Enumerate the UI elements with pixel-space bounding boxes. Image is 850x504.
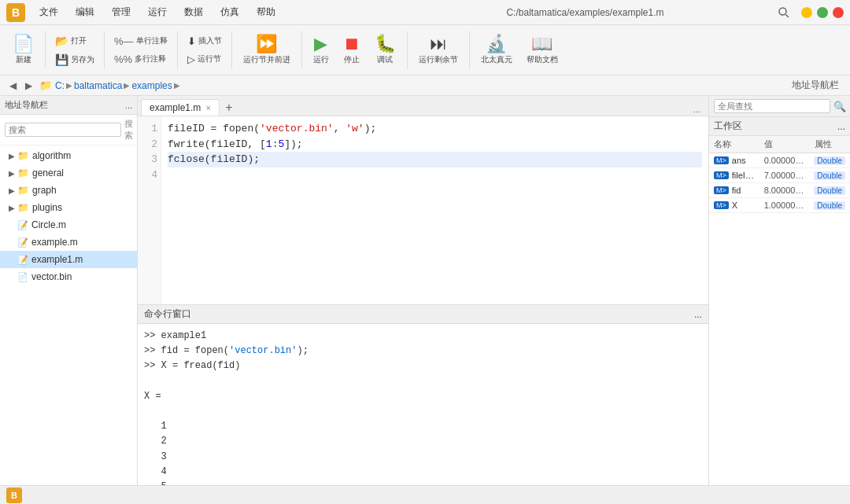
ws-badge: M>: [714, 171, 729, 179]
close-button[interactable]: [833, 7, 844, 18]
ws-row-attr: Double: [809, 200, 850, 210]
debug-button[interactable]: 🐛 调试: [368, 32, 402, 68]
run-section-icon: ▷: [187, 53, 195, 65]
menu-simulate[interactable]: 仿真: [213, 2, 247, 22]
menu-data[interactable]: 数据: [176, 2, 211, 22]
tree-toggle-icon: ▶: [6, 185, 17, 197]
menu-run[interactable]: 运行: [140, 2, 175, 22]
file-icon: 📄: [17, 270, 28, 284]
open-button[interactable]: 📂 打开: [50, 32, 99, 50]
nav-back-button[interactable]: ◀: [5, 78, 20, 94]
ws-row-attr: Double: [809, 156, 850, 165]
cmd-blank-2: [144, 404, 702, 419]
menu-file[interactable]: 文件: [31, 2, 66, 22]
code-editor[interactable]: fileID = fopen('vector.bin', 'w'); fwrit…: [161, 116, 708, 304]
open-label: 打开: [71, 35, 87, 46]
maximize-button[interactable]: [817, 7, 828, 18]
stop-button[interactable]: ⏹ 停止: [337, 32, 367, 68]
menu-help[interactable]: 帮助: [249, 2, 283, 22]
ws-row-name: M> fid: [709, 186, 759, 195]
code-line-1: fileID = fopen('vector.bin', 'w'); fwrit…: [168, 123, 702, 167]
status-bar: B: [0, 485, 850, 504]
tree-item-plugins[interactable]: ▶📁plugins: [0, 199, 137, 216]
ws-var-name: ans: [732, 156, 746, 165]
tree-item-label: vector.bin: [31, 270, 72, 284]
workspace-row-fileI…[interactable]: M> fileI… 7.00000… Double: [709, 168, 850, 183]
menu-edit[interactable]: 编辑: [68, 2, 102, 22]
tree-item-general[interactable]: ▶📁general: [0, 164, 137, 182]
global-search-input[interactable]: [714, 99, 830, 113]
sidebar-search-input[interactable]: [5, 123, 121, 137]
command-more-icon[interactable]: ...: [694, 309, 702, 320]
sidebar-search-area: 搜索: [0, 115, 137, 145]
new-button[interactable]: 📄 新建: [6, 32, 40, 68]
tab-close-button[interactable]: ×: [205, 103, 210, 112]
breadcrumb-c[interactable]: C:: [55, 80, 65, 91]
menu-manage[interactable]: 管理: [104, 2, 139, 22]
cmd-val-4: 4: [144, 465, 702, 480]
folder-icon: 📁: [39, 79, 52, 91]
cmd-line-1: >> example1: [144, 329, 702, 344]
open-icon: 📂: [55, 35, 68, 47]
ws-var-attr: Double: [814, 186, 845, 195]
folder-icon: 📁: [17, 149, 29, 163]
saveas-button[interactable]: 💾 另存为: [50, 51, 99, 68]
tree-item-Circle-m[interactable]: 📝Circle.m: [0, 216, 137, 234]
svg-point-0: [779, 8, 786, 15]
tabs-more-button[interactable]: ...: [689, 103, 705, 116]
workspace-rows: M> ans 0.00000… Double M> fileI… 7.00000…: [709, 153, 850, 213]
tree-item-vector-bin[interactable]: 📄vector.bin: [0, 268, 137, 285]
insert-section-button[interactable]: ⬇ 插入节: [183, 33, 227, 50]
command-body[interactable]: >> example1 >> fid = fopen('vector.bin')…: [138, 324, 708, 485]
titlebar-search-icon[interactable]: [773, 2, 795, 24]
toolbar-sep-1: [45, 31, 46, 69]
breadcrumb-examples[interactable]: examples: [131, 80, 172, 91]
breadcrumb-baltamatica[interactable]: baltamatica: [74, 80, 122, 91]
cmd-val-1: 1: [144, 419, 702, 434]
workspace-row-X[interactable]: M> X 1.00000… Double: [709, 198, 850, 213]
ws-row-attr: Double: [809, 186, 850, 195]
sidebar-header-label: 地址导航栏: [792, 79, 839, 92]
nav-forward-button[interactable]: ▶: [20, 78, 36, 94]
tree-item-graph[interactable]: ▶📁graph: [0, 182, 137, 199]
sidebar-more-icon[interactable]: ...: [125, 101, 132, 110]
ws-badge: M>: [714, 156, 729, 164]
menu-bar: 文件 编辑 管理 运行 数据 仿真 帮助: [31, 2, 401, 22]
workspace-search-icon[interactable]: 🔍: [833, 101, 846, 112]
new-label: 新建: [16, 54, 31, 65]
cmd-val-5: 5: [144, 480, 702, 485]
editor-tab-example1[interactable]: example1.m ×: [141, 99, 220, 116]
workspace-more-icon[interactable]: ...: [837, 121, 845, 132]
ws-var-value: 7.00000…: [764, 171, 804, 180]
run-rest-button[interactable]: ⏭ 运行剩余节: [412, 32, 464, 68]
tree-item-example1-m[interactable]: 📝example1.m: [0, 251, 137, 268]
run-advance-button[interactable]: ⏩ 运行节并前进: [237, 32, 297, 68]
single-comment-button[interactable]: %― 单行注释: [109, 33, 172, 50]
taiyuan-button[interactable]: 🔬 北太真元: [475, 32, 519, 68]
insert-icon: ⬇: [187, 35, 196, 47]
multi-comment-button[interactable]: %% 多行注释: [109, 51, 172, 68]
content-area: example1.m × + ... 1 2 3 4 fileID = fope…: [138, 96, 708, 485]
tree-item-example-m[interactable]: 📝example.m: [0, 234, 137, 251]
breadcrumb-bar: ◀ ▶ 📁 C: ▶ baltamatica ▶ examples ▶ 地址导航…: [0, 75, 850, 96]
help-doc-label: 帮助文档: [527, 54, 558, 65]
help-doc-button[interactable]: 📖 帮助文档: [520, 32, 564, 68]
single-comment-label: 单行注释: [136, 35, 168, 46]
ws-var-attr: Double: [814, 171, 845, 180]
add-tab-button[interactable]: +: [221, 100, 237, 116]
statusbar-logo: B: [6, 487, 22, 503]
run-button[interactable]: ▶ 运行: [307, 32, 335, 68]
sidebar-search-button[interactable]: 搜索: [124, 118, 133, 142]
taiyuan-label: 北太真元: [481, 54, 512, 65]
workspace-search-area: 🔍: [709, 96, 850, 117]
ws-var-attr: Double: [814, 156, 845, 165]
ws-var-value: 0.00000…: [764, 156, 804, 165]
workspace-row-fid[interactable]: M> fid 8.00000… Double: [709, 183, 850, 198]
command-title: 命令行窗口: [144, 307, 191, 321]
bc-arrow-2: ▶: [124, 81, 130, 90]
single-comment-icon: %―: [114, 35, 134, 47]
minimize-button[interactable]: [801, 7, 812, 18]
tree-item-algorithm[interactable]: ▶📁algorithm: [0, 147, 137, 164]
workspace-row-ans[interactable]: M> ans 0.00000… Double: [709, 153, 850, 168]
run-section-button[interactable]: ▷ 运行节: [183, 51, 227, 68]
